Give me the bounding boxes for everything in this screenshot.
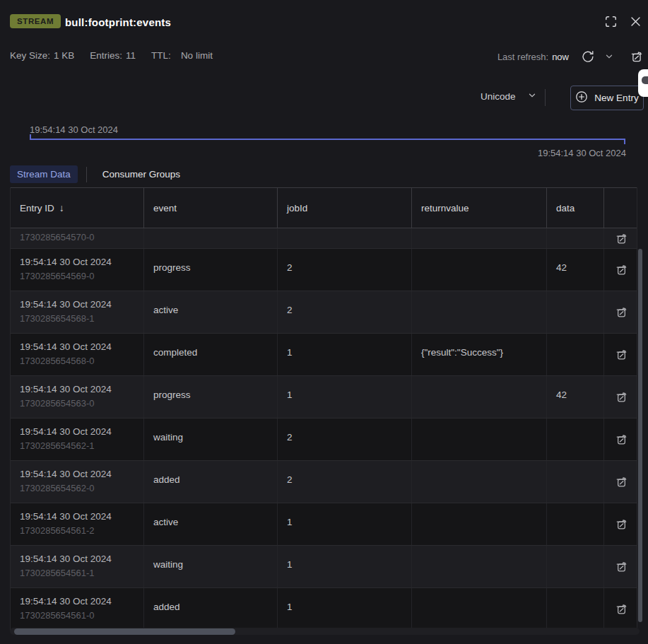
view-tabs: Stream Data Consumer Groups (10, 165, 187, 183)
jobid-cell (278, 228, 412, 248)
delete-entry-button[interactable] (615, 348, 628, 361)
actions-cell (604, 588, 637, 630)
encoding-select[interactable]: Unicode (481, 91, 536, 102)
actions-cell (604, 546, 637, 587)
column-header-entry-id[interactable]: Entry ID ↓ (11, 188, 144, 228)
floating-widget-button[interactable] (638, 69, 648, 97)
event-cell (144, 228, 278, 248)
entry-id: 1730285654568-1 (20, 313, 134, 325)
delete-entry-button[interactable] (615, 475, 628, 488)
delete-entry-button[interactable] (615, 390, 628, 404)
jobid-cell: 2 (278, 418, 412, 460)
actions-cell (604, 418, 637, 460)
refresh-button[interactable] (581, 49, 595, 64)
vertical-scrollbar-thumb[interactable] (638, 249, 642, 622)
delete-entry-button[interactable] (615, 433, 628, 446)
trash-icon (615, 310, 628, 321)
data-cell (547, 546, 604, 587)
event-cell: completed (144, 334, 278, 375)
refresh-options-chevron-button[interactable] (605, 52, 613, 61)
entry-id-cell: 19:54:14 30 Oct 2024 1730285654569-0 (11, 249, 144, 291)
data-cell (547, 461, 604, 503)
fullscreen-icon (604, 20, 618, 30)
entry-id-cell: 19:54:14 30 Oct 2024 1730285654562-1 (11, 418, 144, 460)
key-info-bar: Key Size: 1 KB Entries: 11 TTL: No limit (10, 50, 228, 61)
actions-cell (604, 376, 637, 418)
event-cell: added (144, 461, 278, 503)
column-header-returnvalue: returnvalue (412, 188, 547, 228)
delete-entry-button[interactable] (615, 263, 628, 276)
returnvalue-cell (412, 588, 547, 630)
tab-divider (86, 167, 87, 182)
entry-id: 1730285654568-0 (20, 356, 134, 368)
column-label: returnvalue (421, 203, 469, 213)
returnvalue-cell (412, 291, 547, 333)
entry-id-cell: 19:54:14 30 Oct 2024 1730285654563-0 (11, 376, 144, 418)
entry-timestamp: 19:54:14 30 Oct 2024 (20, 468, 134, 481)
fullscreen-button[interactable] (604, 15, 618, 28)
delete-entry-button[interactable] (615, 305, 628, 319)
event-cell: progress (144, 249, 278, 291)
column-label: Entry ID (20, 203, 54, 213)
entry-id: 1730285654562-1 (20, 440, 134, 452)
ttl-label: TTL: (151, 50, 171, 61)
last-refresh-label: Last refresh: (497, 52, 548, 62)
entry-id-cell: 19:54:14 30 Oct 2024 1730285654562-0 (11, 461, 144, 503)
horizontal-scrollbar-thumb[interactable] (14, 628, 235, 635)
column-header-event: event (144, 188, 278, 228)
ttl-value[interactable]: No limit (181, 50, 213, 61)
jobid-cell: 2 (278, 461, 412, 503)
table-row: 19:54:14 30 Oct 2024 1730285654563-0 pro… (11, 376, 637, 418)
sort-desc-icon: ↓ (59, 202, 64, 213)
event-cell: active (144, 503, 278, 545)
table-row: 19:54:14 30 Oct 2024 1730285654568-0 com… (11, 334, 637, 376)
returnvalue-cell (412, 228, 547, 248)
column-header-data: data (547, 188, 604, 228)
returnvalue-cell (412, 503, 547, 545)
event-cell: added (144, 588, 278, 630)
tab-stream-data[interactable]: Stream Data (10, 165, 78, 183)
table-row: 19:54:14 30 Oct 2024 1730285654568-1 act… (11, 291, 637, 334)
data-cell (547, 503, 604, 545)
tab-consumer-groups[interactable]: Consumer Groups (95, 165, 187, 183)
returnvalue-cell (412, 376, 547, 418)
actions-cell (604, 291, 637, 333)
entry-timestamp: 19:54:14 30 Oct 2024 (20, 256, 134, 269)
timeline-range-line (30, 139, 625, 140)
close-button[interactable] (630, 16, 642, 28)
entry-timestamp: 19:54:14 30 Oct 2024 (20, 298, 134, 311)
table-row: 19:54:14 30 Oct 2024 1730285654561-2 act… (11, 503, 637, 546)
data-cell: 42 (547, 249, 604, 291)
jobid-cell: 1 (278, 546, 412, 587)
trash-icon (615, 480, 628, 491)
returnvalue-cell (412, 418, 547, 460)
key-size-value: 1 KB (54, 50, 74, 61)
key-details-panel: STREAM bull:footprint:events Key Size: 1… (0, 0, 648, 644)
table-row: 19:54:14 30 Oct 2024 1730285654562-0 add… (11, 461, 637, 503)
entry-id: 1730285654561-0 (20, 610, 134, 622)
jobid-cell: 2 (278, 291, 412, 333)
trash-icon (615, 237, 628, 247)
jobid-cell: 1 (278, 503, 412, 545)
delete-entry-button[interactable] (615, 560, 628, 573)
entry-id-cell: 19:54:14 30 Oct 2024 1730285654561-2 (11, 503, 144, 545)
entry-timestamp: 19:54:14 30 Oct 2024 (20, 553, 134, 566)
data-cell (547, 228, 604, 248)
jobid-cell: 1 (278, 376, 412, 418)
entry-id: 1730285654561-2 (20, 525, 134, 537)
jobid-cell: 1 (278, 588, 412, 630)
event-cell: active (144, 291, 278, 333)
event-cell: progress (144, 376, 278, 418)
delete-key-button[interactable] (630, 49, 644, 64)
entries-value: 11 (126, 50, 136, 61)
delete-entry-button[interactable] (615, 602, 628, 616)
refresh-icon (581, 55, 595, 66)
chevron-down-icon (528, 91, 536, 102)
entry-timestamp: 19:54:14 30 Oct 2024 (20, 426, 134, 438)
delete-entry-button[interactable] (615, 232, 628, 245)
new-entry-button[interactable]: New Entry (570, 86, 644, 110)
delete-entry-button[interactable] (615, 517, 628, 531)
key-name-title: bull:footprint:events (65, 16, 171, 28)
data-cell (547, 334, 604, 375)
column-label: jobId (287, 203, 307, 213)
